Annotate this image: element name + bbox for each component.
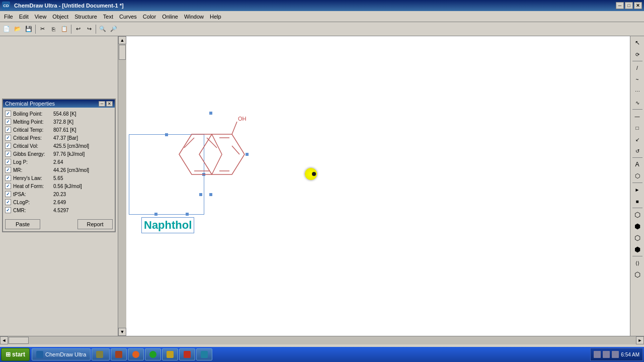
prop-check-gibbs[interactable]: ✓ xyxy=(5,151,11,157)
taskbar-chemdraw[interactable]: ChemDraw Ultra xyxy=(32,348,91,360)
prop-tpsa: ✓ tPSA: 20.23 xyxy=(5,190,113,198)
taskbar-chrome[interactable] xyxy=(145,348,161,360)
taskbar-mycomp[interactable] xyxy=(92,348,110,360)
rt-select-tool[interactable]: ↖ xyxy=(631,37,643,48)
taskbar-explorer[interactable] xyxy=(111,348,127,360)
rt-arrow-tool[interactable]: ↙ xyxy=(631,134,643,145)
close-button[interactable]: ✕ xyxy=(634,2,642,9)
rt-hex-tool-1[interactable]: ⬡ xyxy=(631,209,643,220)
taskbar-folder[interactable] xyxy=(162,348,178,360)
canvas-area[interactable]: OH Naphthol xyxy=(126,36,630,336)
selection-handle-top[interactable] xyxy=(165,133,168,136)
menu-text[interactable]: Text xyxy=(100,13,116,21)
rt-hex-tool-4[interactable]: ⬢ xyxy=(631,244,643,255)
title-bar-controls: ─ □ ✕ xyxy=(616,2,642,9)
maximize-button[interactable]: □ xyxy=(625,2,633,9)
scroll-up-btn[interactable]: ▲ xyxy=(118,36,126,44)
molecule-structure: OH xyxy=(172,112,252,198)
scroll-down-btn[interactable]: ▼ xyxy=(118,328,126,336)
taskbar-app[interactable] xyxy=(196,348,212,360)
prop-check-cmr[interactable]: ✓ xyxy=(5,207,11,213)
rt-play-tool[interactable]: ► xyxy=(631,184,643,195)
zoom-out-btn[interactable]: 🔎 xyxy=(108,24,119,35)
menu-color[interactable]: Color xyxy=(140,13,159,21)
rt-bracket-tool[interactable]: ⟨⟩ xyxy=(631,257,643,268)
taskbar-icon-chemdraw xyxy=(36,351,43,358)
h-scroll-track xyxy=(8,336,636,344)
h-scrollbar: ◄ ► xyxy=(0,336,644,344)
prop-value-mr: 44.26 [cm3/mol] xyxy=(53,167,89,173)
menu-view[interactable]: View xyxy=(32,13,50,21)
menu-curves[interactable]: Curves xyxy=(116,13,140,21)
rt-sep-1 xyxy=(632,61,642,61)
taskbar-ppt[interactable] xyxy=(179,348,195,360)
h-scroll-right-btn[interactable]: ► xyxy=(636,336,644,344)
rt-rotate-tool[interactable]: ⟳ xyxy=(631,49,643,60)
h-scroll-left-btn[interactable]: ◄ xyxy=(0,336,8,344)
report-button[interactable]: Report xyxy=(77,219,113,229)
prop-check-boiling[interactable]: ✓ xyxy=(5,111,11,117)
prop-check-heatform[interactable]: ✓ xyxy=(5,183,11,189)
prop-check-clogp[interactable]: ✓ xyxy=(5,199,11,205)
taskbar-firefox[interactable] xyxy=(128,348,144,360)
prop-label-clogp: CLogP: xyxy=(13,200,53,205)
prop-check-henrys[interactable]: ✓ xyxy=(5,175,11,181)
selection-handle-bottom-left[interactable] xyxy=(154,213,157,216)
minimize-button[interactable]: ─ xyxy=(616,2,624,9)
chem-props-title-btns: ─ ✕ xyxy=(99,101,113,107)
h-scroll-thumb[interactable] xyxy=(9,337,29,344)
scroll-track xyxy=(118,44,126,328)
rt-wave-tool[interactable]: ∿ xyxy=(631,97,643,108)
rt-chain-tool[interactable]: ⋯ xyxy=(631,85,643,97)
new-btn[interactable]: 📄 xyxy=(1,24,12,35)
rt-square-tool[interactable]: ■ xyxy=(631,196,643,207)
rt-curved-tool[interactable]: ~ xyxy=(631,74,643,85)
prop-check-melting[interactable]: ✓ xyxy=(5,119,11,125)
rt-symbol-tool[interactable]: ⬡ xyxy=(631,170,643,182)
menu-file[interactable]: File xyxy=(1,13,16,21)
cut-btn[interactable]: ✂ xyxy=(37,24,48,35)
prop-check-critvol[interactable]: ✓ xyxy=(5,143,11,149)
prop-check-crittemp[interactable]: ✓ xyxy=(5,127,11,133)
rt-line-tool[interactable]: — xyxy=(631,111,643,122)
prop-check-logp[interactable]: ✓ xyxy=(5,159,11,165)
prop-boiling-point: ✓ Boiling Point: 554.68 [K] xyxy=(5,110,113,118)
redo-btn[interactable]: ↪ xyxy=(84,24,95,35)
menu-structure[interactable]: Structure xyxy=(71,13,100,21)
chem-props-close-btn[interactable]: ✕ xyxy=(106,101,113,107)
undo-btn[interactable]: ↩ xyxy=(72,24,84,35)
zoom-in-btn[interactable]: 🔍 xyxy=(97,24,108,35)
rt-hex-tool-3[interactable]: ⬡ xyxy=(631,232,643,243)
cursor-dot xyxy=(312,172,316,176)
scroll-thumb[interactable] xyxy=(119,45,126,60)
rt-hex-tool-2[interactable]: ⬢ xyxy=(631,221,643,232)
paste-button[interactable]: Paste xyxy=(5,219,40,229)
menu-object[interactable]: Object xyxy=(49,13,71,21)
open-btn[interactable]: 📂 xyxy=(12,24,23,35)
toolbar: 📄 📂 💾 ✂ ⎘ 📋 ↩ ↪ 🔍 🔎 xyxy=(0,22,644,36)
rt-curved-arrow-tool[interactable]: ↺ xyxy=(631,145,643,156)
menu-help[interactable]: Help xyxy=(207,13,224,21)
copy-btn[interactable]: ⎘ xyxy=(48,24,59,35)
molecule-name-label: Naphthol xyxy=(141,217,194,233)
prop-check-critpres[interactable]: ✓ xyxy=(5,135,11,141)
paste-btn[interactable]: 📋 xyxy=(59,24,70,35)
prop-value-cmr: 4.5297 xyxy=(53,208,69,213)
prop-check-tpsa[interactable]: ✓ xyxy=(5,191,11,197)
rt-sep-4 xyxy=(632,183,642,183)
chem-props-minimize-btn[interactable]: ─ xyxy=(99,101,105,107)
save-btn[interactable]: 💾 xyxy=(23,24,34,35)
rt-bond-tool[interactable]: / xyxy=(631,62,643,73)
canvas-wrapper: ▲ ▼ xyxy=(118,36,644,336)
menu-online[interactable]: Online xyxy=(159,13,181,21)
menu-window[interactable]: Window xyxy=(181,13,207,21)
rt-ring-tool[interactable]: ⬡ xyxy=(631,269,643,280)
menu-edit[interactable]: Edit xyxy=(16,13,32,21)
main-content: Chemical Properties ─ ✕ ✓ Boiling Point:… xyxy=(0,36,644,336)
start-button[interactable]: ⊞ start xyxy=(1,348,30,361)
rt-text-tool[interactable]: A xyxy=(631,159,643,170)
prop-check-mr[interactable]: ✓ xyxy=(5,167,11,173)
menu-bar: File Edit View Object Structure Text Cur… xyxy=(0,11,644,22)
selection-handle-bottom-right[interactable] xyxy=(186,213,189,216)
rt-rect-tool[interactable]: □ xyxy=(631,122,643,133)
